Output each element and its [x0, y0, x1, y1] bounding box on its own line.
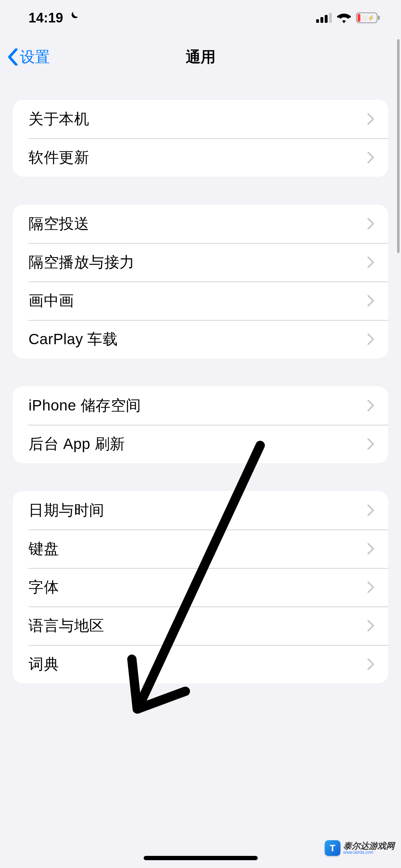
status-left: 14:19 — [29, 10, 79, 26]
chevron-right-icon — [367, 543, 374, 554]
settings-group-3: 日期与时间 键盘 字体 语言与地区 词典 — [13, 491, 388, 683]
chevron-right-icon — [367, 658, 374, 670]
status-bar: 14:19 16⚡ — [0, 0, 401, 36]
row-label: iPhone 储存空间 — [29, 396, 141, 415]
status-time: 14:19 — [29, 10, 63, 26]
watermark-title: 泰尔达游戏网 — [343, 842, 395, 850]
watermark: T 泰尔达游戏网 www.tairda.com — [325, 840, 395, 856]
row-label: 键盘 — [29, 539, 59, 559]
page-title: 通用 — [186, 47, 216, 67]
watermark-badge-icon: T — [325, 840, 340, 856]
row-airplay-handoff[interactable]: 隔空播放与接力 — [13, 243, 388, 281]
row-iphone-storage[interactable]: iPhone 储存空间 — [13, 386, 388, 425]
navigation-bar: 设置 通用 — [0, 36, 401, 78]
row-airdrop[interactable]: 隔空投送 — [13, 205, 388, 243]
settings-group-0: 关于本机 软件更新 — [13, 100, 388, 177]
chevron-right-icon — [367, 295, 374, 306]
status-right: 16⚡ — [316, 12, 380, 23]
row-dictionary[interactable]: 词典 — [13, 645, 388, 683]
row-label: 画中画 — [29, 291, 74, 311]
chevron-left-icon — [7, 48, 19, 66]
row-label: 后台 App 刷新 — [29, 434, 125, 454]
battery-icon: 16⚡ — [356, 12, 380, 23]
back-button[interactable]: 设置 — [7, 47, 50, 67]
chevron-right-icon — [367, 582, 374, 593]
row-label: CarPlay 车载 — [29, 329, 118, 349]
chevron-right-icon — [367, 438, 374, 450]
row-label: 关于本机 — [29, 109, 89, 129]
row-software-update[interactable]: 软件更新 — [13, 138, 388, 177]
row-label: 隔空播放与接力 — [29, 252, 135, 272]
chevron-right-icon — [367, 334, 374, 345]
row-label: 语言与地区 — [29, 616, 104, 636]
chevron-right-icon — [367, 113, 374, 125]
row-label: 日期与时间 — [29, 500, 104, 520]
do-not-disturb-icon — [67, 10, 79, 25]
home-indicator[interactable] — [144, 856, 258, 860]
settings-group-2: iPhone 储存空间 后台 App 刷新 — [13, 386, 388, 463]
row-label: 隔空投送 — [29, 214, 89, 234]
settings-content: 关于本机 软件更新 隔空投送 隔空播放与接力 画中画 CarPlay 车载 iP… — [0, 78, 401, 683]
row-background-app-refresh[interactable]: 后台 App 刷新 — [13, 425, 388, 463]
chevron-right-icon — [367, 505, 374, 516]
row-fonts[interactable]: 字体 — [13, 568, 388, 606]
chevron-right-icon — [367, 218, 374, 229]
chevron-right-icon — [367, 400, 374, 411]
cellular-signal-icon — [316, 13, 332, 23]
row-about[interactable]: 关于本机 — [13, 100, 388, 138]
row-label: 字体 — [29, 577, 59, 597]
row-language-region[interactable]: 语言与地区 — [13, 606, 388, 645]
chevron-right-icon — [367, 620, 374, 631]
row-carplay[interactable]: CarPlay 车载 — [13, 320, 388, 358]
back-label: 设置 — [20, 47, 50, 67]
row-label: 词典 — [29, 654, 59, 674]
scrollbar[interactable] — [397, 39, 400, 253]
row-date-time[interactable]: 日期与时间 — [13, 491, 388, 529]
row-keyboard[interactable]: 键盘 — [13, 529, 388, 568]
wifi-icon — [337, 12, 351, 23]
row-label: 软件更新 — [29, 148, 89, 167]
settings-group-1: 隔空投送 隔空播放与接力 画中画 CarPlay 车载 — [13, 205, 388, 358]
watermark-url: www.tairda.com — [343, 850, 395, 854]
chevron-right-icon — [367, 257, 374, 268]
row-pip[interactable]: 画中画 — [13, 281, 388, 320]
chevron-right-icon — [367, 152, 374, 163]
